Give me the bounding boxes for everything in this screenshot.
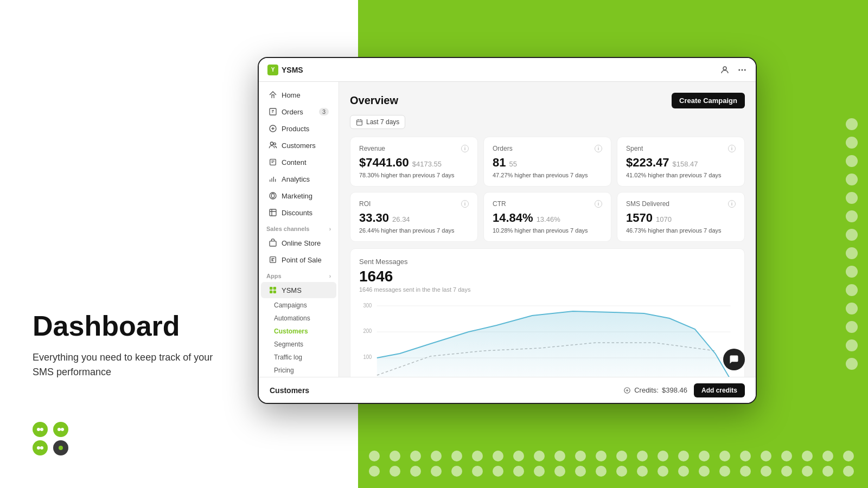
logo-dot-4 bbox=[53, 440, 68, 455]
svg-point-3 bbox=[61, 428, 64, 431]
sidebar-subitem-automations[interactable]: Automations bbox=[259, 312, 339, 325]
sidebar-label-pos: Point of Sale bbox=[282, 256, 322, 264]
sidebar-label-discounts: Discounts bbox=[282, 209, 312, 217]
svg-point-5 bbox=[40, 446, 43, 450]
home-icon bbox=[269, 91, 277, 99]
sidebar-item-orders[interactable]: Orders 3 bbox=[261, 104, 336, 120]
svg-rect-19 bbox=[270, 287, 272, 290]
chart-value: 1646 bbox=[359, 268, 736, 285]
sidebar-label-analytics: Analytics bbox=[282, 175, 310, 183]
more-icon[interactable] bbox=[737, 65, 747, 75]
right-dot bbox=[846, 247, 858, 259]
top-bar-icons bbox=[720, 65, 747, 75]
sidebar-label-content: Content bbox=[282, 158, 307, 166]
svg-point-13 bbox=[270, 142, 273, 145]
sales-channels-chevron: › bbox=[329, 226, 331, 232]
right-dot bbox=[846, 155, 858, 167]
sidebar-item-content[interactable]: Content bbox=[261, 154, 336, 170]
sidebar-label-ysms: YSMS bbox=[282, 286, 302, 294]
stat-card-roi: ROI i 33.30 26.34 26.44% higher than pre… bbox=[350, 192, 478, 242]
stat-change-orders: 47.27% higher than previous 7 days bbox=[493, 172, 602, 178]
credits-info: Credits: $398.46 bbox=[623, 386, 687, 394]
stat-label-revenue: Revenue i bbox=[359, 145, 469, 152]
svg-point-8 bbox=[738, 69, 740, 70]
sidebar-label-marketing: Marketing bbox=[282, 192, 312, 200]
app-name: YSMS bbox=[282, 66, 303, 74]
sidebar-subitem-campaigns[interactable]: Campaigns bbox=[259, 299, 339, 312]
svg-text:300: 300 bbox=[363, 303, 372, 309]
sidebar-item-home[interactable]: Home bbox=[261, 87, 336, 103]
apps-chevron: › bbox=[329, 273, 331, 279]
sidebar-label-products: Products bbox=[282, 125, 309, 133]
svg-text:200: 200 bbox=[363, 328, 372, 334]
stat-card-revenue: Revenue i $7441.60 $4173.55 78.30% highe… bbox=[350, 137, 478, 187]
stat-card-orders: Orders i 81 55 47.27% higher than previo… bbox=[483, 137, 611, 187]
sidebar-subitem-pricing[interactable]: Pricing bbox=[259, 364, 339, 377]
customers-label: Customers bbox=[270, 386, 309, 395]
chart-area: 300 200 100 0 bbox=[359, 299, 736, 377]
sidebar-subitem-customers[interactable]: Customers bbox=[259, 325, 339, 338]
stat-change-ctr: 10.28% higher than previous 7 days bbox=[493, 227, 602, 234]
chat-button[interactable] bbox=[723, 349, 745, 370]
sidebar-item-online-store[interactable]: Online Store bbox=[261, 235, 336, 251]
right-dot bbox=[846, 118, 858, 130]
app-window: Y YSMS Home Orders 3 Prod bbox=[258, 57, 757, 404]
sidebar-item-customers[interactable]: Customers bbox=[261, 137, 336, 153]
apps-label: Apps › bbox=[259, 268, 339, 281]
date-filter[interactable]: Last 7 days bbox=[350, 115, 405, 129]
overview-header: Overview Create Campaign bbox=[350, 93, 745, 108]
sidebar-item-ysms[interactable]: YSMS bbox=[261, 282, 336, 298]
sidebar-item-analytics[interactable]: Analytics bbox=[261, 171, 336, 187]
svg-point-7 bbox=[723, 67, 726, 70]
revenue-info-icon[interactable]: i bbox=[461, 145, 469, 152]
sidebar-subitem-segments[interactable]: Segments bbox=[259, 338, 339, 351]
svg-text:100: 100 bbox=[363, 354, 372, 360]
stats-grid: Revenue i $7441.60 $4173.55 78.30% highe… bbox=[350, 137, 745, 242]
right-dot bbox=[846, 303, 858, 314]
sms-info-icon[interactable]: i bbox=[728, 200, 736, 208]
svg-point-6 bbox=[59, 446, 63, 450]
stat-change-sms: 46.73% higher than previous 7 days bbox=[626, 227, 736, 234]
products-icon bbox=[269, 124, 277, 133]
right-dot bbox=[846, 321, 858, 333]
stat-value-roi: 33.30 26.34 bbox=[359, 211, 469, 225]
chart-title: Sent Messages bbox=[359, 258, 736, 266]
create-campaign-button[interactable]: Create Campaign bbox=[672, 93, 745, 108]
user-icon[interactable] bbox=[720, 65, 730, 75]
logo-icon: Y bbox=[267, 65, 278, 75]
sidebar-item-pos[interactable]: Point of Sale bbox=[261, 252, 336, 268]
orders-info-icon[interactable]: i bbox=[595, 145, 602, 152]
roi-info-icon[interactable]: i bbox=[461, 200, 469, 208]
discounts-icon bbox=[269, 208, 277, 217]
bottom-dots-area bbox=[358, 439, 868, 488]
calendar-icon bbox=[356, 119, 363, 126]
stat-value-spent: $223.47 $158.47 bbox=[626, 156, 736, 170]
svg-point-9 bbox=[742, 69, 743, 70]
stat-value-ctr: 14.84% 13.46% bbox=[493, 211, 602, 225]
stat-label-ctr: CTR i bbox=[493, 200, 602, 208]
right-dot bbox=[846, 266, 858, 278]
sidebar-item-discounts[interactable]: Discounts bbox=[261, 204, 336, 221]
sidebar-subitem-traffic[interactable]: Traffic log bbox=[259, 351, 339, 364]
right-dot bbox=[846, 192, 858, 204]
ctr-info-icon[interactable]: i bbox=[595, 200, 602, 208]
chart-subtitle: 1646 messages sent in the the last 7 day… bbox=[359, 286, 736, 293]
top-bar: Y YSMS bbox=[259, 58, 756, 82]
svg-point-10 bbox=[744, 69, 746, 70]
sidebar-item-marketing[interactable]: Marketing bbox=[261, 188, 336, 204]
spent-info-icon[interactable]: i bbox=[728, 145, 736, 152]
right-dot bbox=[846, 339, 858, 351]
dashboard-subtitle: Everything you need to keep track of you… bbox=[33, 350, 228, 380]
svg-point-0 bbox=[37, 428, 40, 431]
customers-icon bbox=[269, 141, 277, 150]
sidebar-item-products[interactable]: Products bbox=[261, 120, 336, 137]
svg-rect-21 bbox=[270, 291, 272, 293]
dashboard-text: Dashboard Everything you need to keep tr… bbox=[33, 311, 228, 380]
stat-change-revenue: 78.30% higher than previous 7 days bbox=[359, 172, 469, 178]
logo-dot-1 bbox=[33, 422, 48, 437]
credits-value: $398.46 bbox=[662, 386, 687, 394]
add-credits-button[interactable]: Add credits bbox=[694, 383, 745, 397]
right-dot bbox=[846, 137, 858, 149]
orders-badge: 3 bbox=[319, 108, 329, 115]
right-dot bbox=[846, 229, 858, 241]
